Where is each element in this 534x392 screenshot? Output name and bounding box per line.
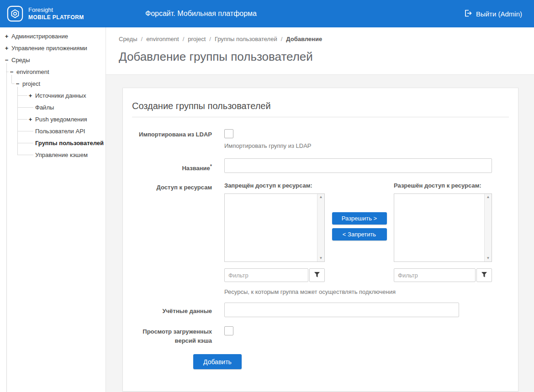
allowed-resources-listbox[interactable]: ▲ ▼ <box>394 193 492 262</box>
form-row-cache-view: Просмотр загруженных версий кэша <box>132 326 509 345</box>
form-row-submit: Добавить <box>132 354 509 369</box>
page-body: Создание группы пользователей Импортиров… <box>106 75 534 392</box>
page-title: Добавление группы пользователей <box>119 49 521 64</box>
cache-view-label: Просмотр загруженных версий кэша <box>132 326 212 345</box>
sidebar-item-label: Управление кэшем <box>35 152 88 158</box>
tree-connector <box>17 107 33 108</box>
tree-expand-icon[interactable]: + <box>27 116 33 122</box>
sidebar-item-label: project <box>22 80 40 87</box>
form-row-ldap: Импортирована из LDAP Импортировать груп… <box>132 129 509 149</box>
logo-line1: Foresight <box>28 6 84 14</box>
filter-icon <box>314 272 320 279</box>
sidebar-item-data-sources[interactable]: + Источники данных <box>0 89 106 101</box>
listbox-scrollbar[interactable]: ▲ ▼ <box>484 194 492 261</box>
sidebar-item-environment[interactable]: − environment <box>0 66 106 78</box>
filter-icon <box>481 272 487 279</box>
sidebar-item-label: Источники данных <box>35 92 86 99</box>
ldap-checkbox[interactable] <box>224 129 233 138</box>
sidebar-item-label: Управление приложениями <box>11 45 87 52</box>
required-mark: * <box>210 163 212 169</box>
sidebar-item-label: Push уведомления <box>35 116 87 123</box>
name-label-text: Название <box>182 165 210 172</box>
add-button[interactable]: Добавить <box>193 354 242 369</box>
resources-helper-text: Ресурсы, к которым группа может осуществ… <box>224 288 509 295</box>
tree-connector <box>17 155 33 155</box>
sidebar-item-push-notifications[interactable]: + Push уведомления <box>0 113 106 125</box>
breadcrumb-item[interactable]: environment <box>146 36 179 42</box>
tree-expand-icon[interactable]: + <box>4 45 10 51</box>
denied-filter-input[interactable] <box>224 268 308 282</box>
logo-block: Foresight MOBILE PLATFORM <box>0 5 105 22</box>
sidebar-item-label: Пользователи API <box>35 128 85 135</box>
deny-button[interactable]: < Запретить <box>332 228 387 240</box>
sidebar-item-label: Администрирование <box>11 33 68 40</box>
breadcrumb-item[interactable]: project <box>188 36 206 42</box>
name-label: Название* <box>132 158 212 173</box>
breadcrumb-item[interactable]: Группы пользователей <box>215 36 277 42</box>
scroll-up-icon[interactable]: ▲ <box>486 194 490 200</box>
breadcrumb-current: Добавление <box>286 36 322 42</box>
form-row-resources: Доступ к ресурсам Запрещён доступ к ресу… <box>132 182 509 295</box>
breadcrumb-separator: / <box>209 36 211 42</box>
resources-label: Доступ к ресурсам <box>132 182 212 295</box>
breadcrumb-separator: / <box>281 36 283 42</box>
allowed-resources-heading: Разрешён доступ к ресурсам: <box>394 182 492 189</box>
denied-filter-button[interactable] <box>309 268 325 282</box>
sidebar-item-app-management[interactable]: + Управление приложениями <box>0 42 106 54</box>
breadcrumb-item[interactable]: Среды <box>119 36 137 42</box>
scroll-up-icon[interactable]: ▲ <box>319 194 323 200</box>
allowed-filter-row <box>394 268 492 282</box>
credentials-label: Учётные данные <box>132 303 212 317</box>
ldap-helper-text: Импортировать группу из LDAP <box>224 142 509 149</box>
form-row-name: Название* <box>132 158 509 173</box>
tree-expand-icon[interactable]: + <box>4 33 10 39</box>
name-input[interactable] <box>224 158 492 173</box>
tree-expand-icon[interactable]: + <box>27 93 33 99</box>
resources-transfer-widget: Запрещён доступ к ресурсам: ▲ ▼ <box>224 182 509 282</box>
credentials-input[interactable] <box>224 303 459 317</box>
denied-resources-listbox[interactable]: ▲ ▼ <box>224 193 325 262</box>
cache-view-checkbox[interactable] <box>224 326 233 335</box>
main-area: Среды / environment / project / Группы п… <box>106 27 534 392</box>
sidebar-item-user-groups[interactable]: Группы пользователей <box>0 137 106 149</box>
allowed-filter-button[interactable] <box>476 268 492 282</box>
tree-connector <box>17 119 27 120</box>
foresight-logo-icon <box>6 5 24 22</box>
tree-connector <box>17 143 33 143</box>
allowed-filter-input[interactable] <box>394 268 476 282</box>
scroll-down-icon[interactable]: ▼ <box>319 255 323 261</box>
sidebar-item-label: environment <box>16 68 49 75</box>
ldap-label: Импортирована из LDAP <box>132 129 212 149</box>
allow-button[interactable]: Разрешить > <box>332 212 387 225</box>
breadcrumb-separator: / <box>141 36 143 42</box>
sidebar-item-label: Файлы <box>35 104 54 111</box>
sidebar-item-label: Среды <box>11 57 30 63</box>
sidebar-item-label: Группы пользователей <box>35 140 104 146</box>
denied-resources-heading: Запрещён доступ к ресурсам: <box>224 182 325 189</box>
sidebar-item-project[interactable]: − project <box>0 78 106 89</box>
logout-label: Выйти (Admin) <box>476 10 522 18</box>
app-header: Foresight MOBILE PLATFORM Форсайт. Мобил… <box>0 0 534 27</box>
form-row-credentials: Учётные данные <box>132 303 509 317</box>
scroll-down-icon[interactable]: ▼ <box>486 255 490 261</box>
page-header: Среды / environment / project / Группы п… <box>106 27 534 75</box>
form-section-title: Создание группы пользователей <box>132 97 509 117</box>
tree-collapse-icon[interactable]: − <box>9 69 15 75</box>
logout-button[interactable]: Выйти (Admin) <box>464 9 534 19</box>
tree-collapse-icon[interactable]: − <box>15 81 21 87</box>
tree-collapse-icon[interactable]: − <box>4 57 10 63</box>
sidebar-item-cache-management[interactable]: Управление кэшем <box>0 149 106 161</box>
tree-connector <box>17 131 33 131</box>
sidebar-item-files[interactable]: Файлы <box>0 101 106 113</box>
form-card: Создание группы пользователей Импортиров… <box>122 88 518 392</box>
sidebar-tree: + Администрирование + Управление приложе… <box>0 27 106 392</box>
sidebar-item-administration[interactable]: + Администрирование <box>0 30 106 42</box>
listbox-scrollbar[interactable]: ▲ ▼ <box>317 194 324 261</box>
tree-connector <box>17 95 27 96</box>
sidebar-item-environments[interactable]: − Среды <box>0 54 106 66</box>
logout-icon <box>464 9 472 19</box>
sidebar-item-api-users[interactable]: Пользователи API <box>0 125 106 137</box>
app-title: Форсайт. Мобильная платформа <box>145 10 257 18</box>
denied-filter-row <box>224 268 325 282</box>
breadcrumb: Среды / environment / project / Группы п… <box>119 36 521 42</box>
